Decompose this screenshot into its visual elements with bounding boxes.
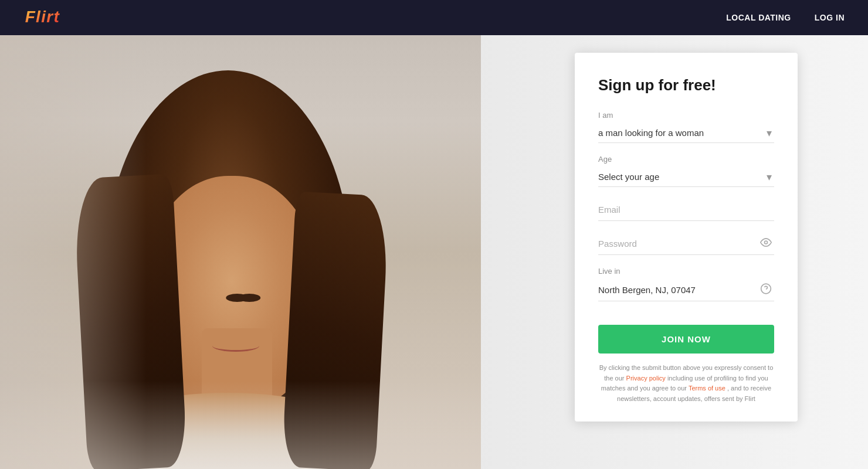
password-input[interactable] [598, 233, 774, 254]
age-label: Age [598, 155, 774, 164]
password-toggle-icon[interactable] [760, 236, 772, 251]
logo-svg: Flirt [23, 4, 70, 29]
live-in-group: Live in [598, 267, 774, 301]
nav: LOCAL DATING LOG IN [726, 13, 845, 22]
join-now-button[interactable]: JOIN NOW [598, 325, 774, 354]
live-in-input-wrapper [598, 279, 774, 301]
local-dating-link[interactable]: LOCAL DATING [726, 13, 791, 22]
age-select-wrapper: Select your age 18 19 20 21 22 25 30 35 … [598, 167, 774, 187]
terms-of-use-link[interactable]: Terms of use [689, 385, 725, 392]
live-in-input[interactable] [598, 279, 774, 301]
svg-point-1 [765, 241, 768, 244]
location-help-icon[interactable] [760, 283, 772, 297]
hero-image [0, 35, 481, 469]
logo[interactable]: Flirt [23, 4, 70, 32]
password-group [598, 233, 774, 255]
iam-select-wrapper: a man looking for a woman a woman lookin… [598, 123, 774, 143]
age-select[interactable]: Select your age 18 19 20 21 22 25 30 35 … [598, 167, 774, 186]
header: Flirt LOCAL DATING LOG IN [0, 0, 868, 35]
password-input-wrapper [598, 233, 774, 255]
signup-card: Sign up for free! I am a man looking for… [575, 53, 798, 422]
iam-group: I am a man looking for a woman a woman l… [598, 111, 774, 143]
live-in-label: Live in [598, 267, 774, 276]
email-input[interactable] [598, 199, 774, 220]
email-group [598, 199, 774, 221]
email-input-wrapper [598, 199, 774, 221]
iam-select[interactable]: a man looking for a woman a woman lookin… [598, 123, 774, 142]
iam-label: I am [598, 111, 774, 120]
privacy-policy-link[interactable]: Privacy policy [626, 375, 666, 382]
signup-title: Sign up for free! [598, 76, 774, 94]
consent-text: By clicking the submit button above you … [598, 363, 774, 404]
svg-text:Flirt: Flirt [25, 8, 60, 26]
main-content: Sign up for free! I am a man looking for… [0, 35, 868, 469]
age-group: Age Select your age 18 19 20 21 22 25 30… [598, 155, 774, 187]
log-in-link[interactable]: LOG IN [815, 13, 845, 22]
